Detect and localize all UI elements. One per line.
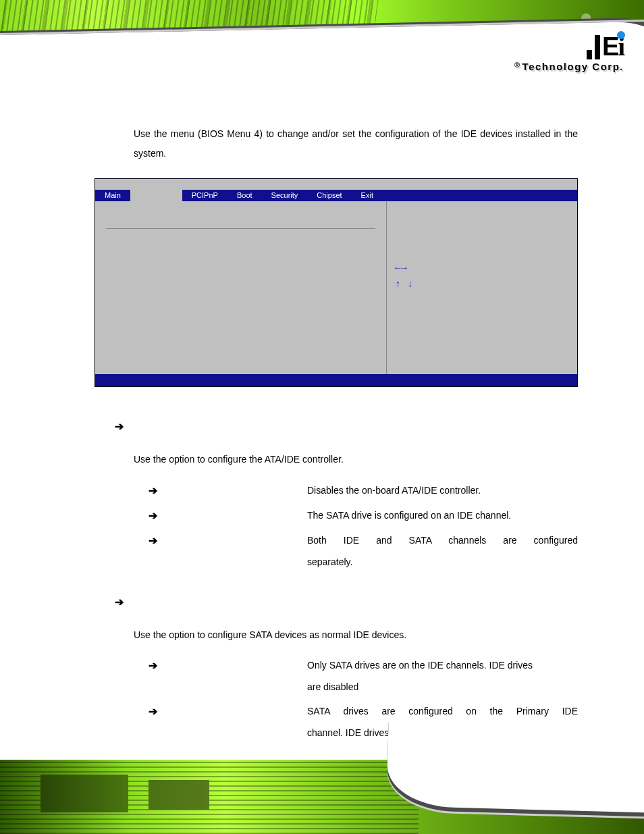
footer-decoration <box>0 760 644 834</box>
bios-body: ←→Select Screen ↑ ↓Select Item <box>95 201 577 374</box>
arrow-right-icon: ➔ <box>149 504 157 527</box>
intro-suffix: menu (BIOS Menu 4) to change and/or set … <box>134 128 578 159</box>
arrow-right-icon: ➔ <box>149 529 157 552</box>
bios-screenshot: Main Advanced PCIPnP Boot Security Chips… <box>95 178 578 387</box>
option-desc: Disables the on-board ATA/IDE controller… <box>307 479 578 501</box>
brand-name: Technology Corp. <box>522 61 624 72</box>
bios-tab-advanced: Advanced <box>130 190 182 201</box>
bios-right-pane: ←→Select Screen ↑ ↓Select Item <box>386 201 577 374</box>
brand-block: Ei ®Technology Corp. <box>514 34 624 72</box>
option-desc: The SATA drive is configured on an IDE c… <box>307 504 578 526</box>
section-2-head: ➔ <box>115 591 578 613</box>
option-section-1: ➔ Use the option to configure the ATA/ID… <box>95 415 578 573</box>
option-row: ➔ Disables the on-board ATA/IDE controll… <box>149 479 578 502</box>
arrow-right-icon: ➔ <box>115 415 124 438</box>
section-1-head: ➔ <box>115 415 578 438</box>
arrow-ud-icon: ↑ ↓ <box>395 277 419 293</box>
arrow-right-icon: ➔ <box>115 591 124 613</box>
option-desc: Both IDE and SATA channels are configure… <box>307 529 578 573</box>
option-desc: Only SATA drives are on the IDE channels… <box>307 654 578 698</box>
bios-left-pane <box>95 201 386 374</box>
section-1-intro: Use the option to configure the ATA/IDE … <box>134 450 578 469</box>
arrow-right-icon: ➔ <box>149 700 157 723</box>
intro-paragraph: Use the menu (BIOS Menu 4) to change and… <box>134 124 578 163</box>
option-row: ➔ The SATA drive is configured on an IDE… <box>149 504 578 527</box>
bios-foot-bar <box>95 374 577 386</box>
bios-key-select-screen: Select Screen <box>419 264 484 273</box>
option-row: ➔ Both IDE and SATA channels are configu… <box>149 529 578 573</box>
bios-key-select-item: Select Item <box>419 280 474 289</box>
brand-logo-iei: Ei <box>587 34 624 59</box>
brand-subtitle: ®Technology Corp. <box>514 61 624 72</box>
section-2-intro: Use the option to configure SATA devices… <box>134 625 578 645</box>
bios-help-keys: ←→Select Screen ↑ ↓Select Item <box>395 261 569 346</box>
arrow-right-icon: ➔ <box>149 479 157 502</box>
intro-prefix: Use the <box>134 128 171 139</box>
arrow-lr-icon: ←→ <box>395 261 419 277</box>
page-content: Use the menu (BIOS Menu 4) to change and… <box>95 115 578 747</box>
arrow-right-icon: ➔ <box>149 654 157 677</box>
reg-mark: ® <box>514 61 521 69</box>
bios-tab-bar: Main Advanced PCIPnP Boot Security Chips… <box>95 190 577 201</box>
option-row: ➔ Only SATA drives are on the IDE channe… <box>149 654 578 698</box>
